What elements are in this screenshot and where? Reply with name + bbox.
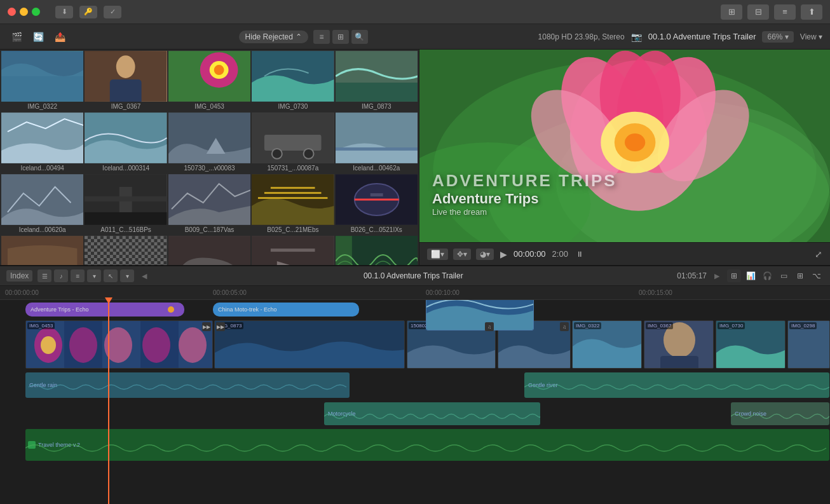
list-item[interactable]: IMG_0873 [336,51,418,111]
left-nav[interactable]: ◀ [142,272,147,280]
audio-icon[interactable]: ♪ [54,269,68,282]
zoom-to-fit-icon[interactable]: ⊞ [727,269,741,282]
ruler-mark-15: 00:00:15:00 [639,289,672,296]
media-thumbnail [85,112,167,163]
search-icon[interactable]: 🔍 [351,30,368,44]
video-clip-img0298[interactable]: IMG_0298 [787,320,830,369]
preview-title: Adventure Trips [432,191,617,207]
svg-point-67 [41,336,56,354]
list-item[interactable]: Iceland...00494 [1,112,83,173]
close-button[interactable] [8,8,16,16]
list-item[interactable]: IMG_0322 [1,51,83,111]
music-bar-track: Adventure Trips - Echo China Moto-trek -… [0,300,830,319]
index-button[interactable]: Index [6,270,32,282]
waveform-icon[interactable]: 📊 [744,269,758,282]
video-clip-img0322[interactable]: IMG_0322 [572,320,642,369]
list-item[interactable]: IMG_0730 [252,51,334,111]
preview-video: ADVENTURE TRIPS Adventure Trips Live the… [419,50,830,242]
play-button[interactable]: ▶ [500,249,507,259]
list-item[interactable]: IMG_0367 [85,51,167,111]
transform-icon[interactable]: ✥▾ [453,249,471,260]
video-clip-img0873[interactable]: IMG_0873 ▶▶ [214,320,405,369]
format-label: 1080p HD 23.98p, Stereo [538,32,625,41]
crowd-noise-clip[interactable]: Crowd noise [731,402,829,425]
clip-label-img0367: IMG_0367 [646,322,673,329]
gentle-rain-clip[interactable]: Gentle rain [25,372,350,398]
gentle-river-clip[interactable]: Gentle river [524,372,829,398]
list-item[interactable]: Iceland...00462a [336,112,418,173]
audio-track-gentle-rain: Gentle rain Gentle river [0,372,830,401]
media-thumbnail [336,112,418,163]
travel-theme-clip[interactable]: Travel theme v.2 [25,429,829,461]
check-icon[interactable]: ✓ [104,6,121,18]
list-item[interactable]: B025_C...21MEbs [252,174,334,235]
video-clip-img1775-connected[interactable]: IMG_1775 [426,300,534,330]
video-clip-img0730[interactable]: IMG_0730 [716,320,786,369]
list-item[interactable]: 150731_...00087a [252,112,334,173]
color-icon[interactable]: ◕▾ [476,249,494,260]
headphone-icon[interactable]: 🎧 [760,269,774,282]
svg-point-69 [69,327,97,363]
preview-tagline: Live the dream [432,207,617,217]
media-thumbnail [1,236,83,265]
tool-dropdown[interactable]: ▾ [120,269,134,282]
list-icon[interactable]: ≡ [313,30,330,44]
list-item[interactable]: B028_C...21A6as [1,236,83,265]
share-icon[interactable]: ⬆ [801,4,822,20]
motorcycle-clip[interactable]: Motorcycle [324,402,540,425]
ruler-mark-5: 00:00:05:00 [213,289,247,296]
maximize-button[interactable] [32,8,40,16]
media-label: 150730_...v00083 [168,163,250,173]
detail-view-icon[interactable]: ≡ [774,4,796,20]
list-item[interactable]: 150730_...v00083 [168,112,250,173]
export-icon[interactable]: 📤 [51,28,69,46]
list-item[interactable]: B026_C...0521IXs [336,174,418,235]
video-clip-img0453[interactable]: IMG_0453 ▶▶ [25,320,213,369]
media-thumbnail [252,236,334,265]
echo-clip-2[interactable]: China Moto-trek - Echo [213,303,359,317]
grid-view-icon[interactable]: ⊞ [721,4,742,20]
video-clip-img0367[interactable]: IMG_0367 [644,320,714,369]
aspect-ratio-icon[interactable]: ⬜▾ [427,249,448,260]
clip-appearance-icon[interactable]: ☰ [37,269,51,282]
dropdown-icon[interactable]: ▾ [87,269,101,282]
list-item[interactable]: B009_C...187Vas [168,174,250,235]
list-item[interactable]: Travel theme v.2 [336,236,418,265]
library-icon[interactable]: 🔄 [29,28,47,46]
list-item[interactable]: C003_C...WZacs [252,236,334,265]
svg-point-75 [179,327,207,363]
list-item[interactable]: B002_C...14TNas [85,236,167,265]
fullscreen-icon[interactable]: ⤢ [815,249,822,259]
fcpx-icon[interactable]: 🎬 [8,28,25,46]
hide-rejected-button[interactable]: Hide Rejected ⌃ [239,31,308,43]
playhead [108,300,109,504]
list-item[interactable]: C004_C...5U6acs [168,236,250,265]
roles-icon[interactable]: ≡ [71,269,85,282]
list-item[interactable]: IMG_0453 [168,51,250,111]
svg-point-63 [625,133,645,151]
grid-icon[interactable]: ⊞ [332,30,349,44]
key-icon[interactable]: 🔑 [79,6,97,18]
media-label: IMG_0367 [85,102,167,111]
svg-rect-48 [336,236,352,265]
zoom-label: 66% ▾ [762,31,793,43]
preview-overlay: ADVENTURE TRIPS Adventure Trips Live the… [432,171,617,217]
clip-connections-icon[interactable]: ⌥ [810,269,824,282]
svg-rect-16 [264,135,322,151]
right-nav[interactable]: ▶ [714,272,719,280]
list-view-icon[interactable]: ⊟ [747,4,769,20]
minimize-button[interactable] [20,8,28,16]
color-track-icon[interactable]: ▭ [777,269,791,282]
echo-clip-1[interactable]: Adventure Trips - Echo [25,303,184,317]
download-icon[interactable]: ⬇ [55,6,73,18]
media-thumbnail [1,174,83,225]
blade-icon[interactable]: ⊞ [793,269,807,282]
arrow-tool[interactable]: ↖ [104,269,118,282]
media-thumbnail [252,112,334,163]
list-item[interactable]: Iceland...000314 [85,112,167,173]
list-item[interactable]: Iceland...00620a [1,174,83,235]
media-thumbnail [85,174,167,225]
preview-panel: ADVENTURE TRIPS Adventure Trips Live the… [419,50,830,265]
view-button[interactable]: View ▾ [800,32,822,41]
list-item[interactable]: A011_C...516BPs [85,174,167,235]
